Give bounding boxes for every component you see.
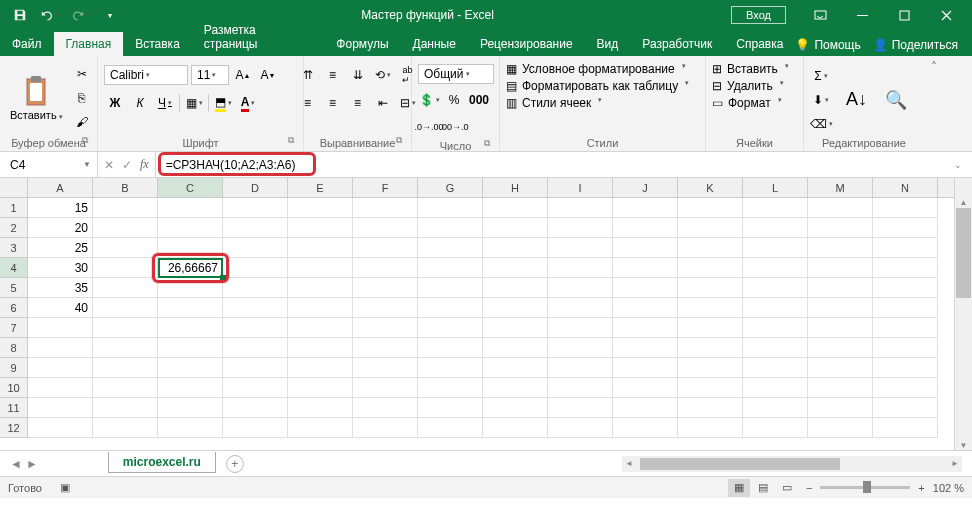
cell[interactable] — [808, 238, 873, 258]
cell[interactable] — [418, 318, 483, 338]
cell[interactable] — [678, 418, 743, 438]
sheet-nav-prev-icon[interactable]: ◄ — [10, 457, 22, 471]
cell[interactable] — [613, 278, 678, 298]
cell[interactable] — [353, 318, 418, 338]
launcher-icon[interactable]: ⧉ — [393, 135, 405, 147]
cell[interactable] — [613, 218, 678, 238]
chevron-down-icon[interactable]: ▼ — [83, 160, 91, 169]
cell[interactable] — [483, 278, 548, 298]
cell[interactable] — [288, 218, 353, 238]
italic-button[interactable]: К — [129, 92, 151, 114]
cell[interactable] — [93, 398, 158, 418]
decrease-decimal-icon[interactable]: .00→.0 — [443, 116, 465, 138]
fill-color-icon[interactable]: ⬒ — [212, 92, 234, 114]
row-header[interactable]: 5 — [0, 278, 27, 298]
cell[interactable] — [223, 418, 288, 438]
indent-dec-icon[interactable]: ⇤ — [372, 92, 394, 114]
cell[interactable] — [678, 398, 743, 418]
qat-customize-icon[interactable]: ▾ — [96, 3, 124, 27]
cell[interactable] — [93, 278, 158, 298]
align-center-icon[interactable]: ≡ — [322, 92, 344, 114]
ribbon-options-icon[interactable] — [800, 3, 840, 27]
cell[interactable]: 35 — [28, 278, 93, 298]
cell[interactable] — [288, 378, 353, 398]
column-header[interactable]: A — [28, 178, 93, 197]
cell[interactable] — [28, 418, 93, 438]
cell[interactable] — [223, 378, 288, 398]
cell[interactable] — [743, 298, 808, 318]
cell-styles-button[interactable]: ▥Стили ячеек — [506, 96, 602, 110]
tellme-button[interactable]: 💡Помощь — [795, 38, 860, 52]
cell[interactable] — [743, 278, 808, 298]
tab-help[interactable]: Справка — [724, 32, 795, 56]
cell[interactable] — [873, 258, 938, 278]
cell[interactable] — [678, 258, 743, 278]
cell[interactable] — [808, 278, 873, 298]
cell[interactable] — [808, 298, 873, 318]
cell[interactable] — [93, 298, 158, 318]
format-cells-button[interactable]: ▭Формат — [712, 96, 782, 110]
cell[interactable] — [93, 358, 158, 378]
row-header[interactable]: 12 — [0, 418, 27, 438]
comma-icon[interactable]: 000 — [468, 89, 490, 111]
cell[interactable] — [743, 398, 808, 418]
cell[interactable] — [418, 338, 483, 358]
clear-icon[interactable]: ⌫ — [810, 113, 832, 135]
cell[interactable] — [158, 218, 223, 238]
cell[interactable] — [418, 218, 483, 238]
cell[interactable]: 15 — [28, 198, 93, 218]
cell[interactable] — [353, 238, 418, 258]
cell[interactable] — [548, 378, 613, 398]
percent-icon[interactable]: % — [443, 89, 465, 111]
cell[interactable] — [223, 278, 288, 298]
cell[interactable]: 20 — [28, 218, 93, 238]
column-header[interactable]: N — [873, 178, 938, 197]
launcher-icon[interactable]: ⧉ — [285, 135, 297, 147]
cell[interactable]: 40 — [28, 298, 93, 318]
cell[interactable] — [93, 218, 158, 238]
cell[interactable] — [418, 298, 483, 318]
cell[interactable] — [808, 418, 873, 438]
cell[interactable] — [418, 278, 483, 298]
cancel-formula-icon[interactable]: ✕ — [104, 158, 114, 172]
row-header[interactable]: 3 — [0, 238, 27, 258]
cell[interactable] — [28, 318, 93, 338]
cell[interactable] — [483, 298, 548, 318]
cell[interactable] — [548, 218, 613, 238]
cell[interactable] — [873, 198, 938, 218]
cell[interactable] — [808, 318, 873, 338]
cell[interactable] — [678, 338, 743, 358]
cell[interactable] — [28, 338, 93, 358]
number-format-combo[interactable]: Общий — [418, 64, 494, 84]
row-header[interactable]: 4 — [0, 258, 27, 278]
cell[interactable] — [613, 378, 678, 398]
cell[interactable] — [743, 238, 808, 258]
macro-record-icon[interactable]: ▣ — [60, 481, 70, 494]
column-header[interactable]: B — [93, 178, 158, 197]
column-header[interactable]: G — [418, 178, 483, 197]
cell[interactable] — [288, 258, 353, 278]
cell[interactable] — [873, 218, 938, 238]
row-header[interactable]: 8 — [0, 338, 27, 358]
zoom-slider[interactable] — [820, 486, 910, 489]
currency-icon[interactable]: 💲 — [418, 89, 440, 111]
cell[interactable] — [93, 198, 158, 218]
cell[interactable] — [548, 258, 613, 278]
cell[interactable] — [548, 278, 613, 298]
tab-developer[interactable]: Разработчик — [630, 32, 724, 56]
align-bottom-icon[interactable]: ⇊ — [347, 64, 369, 86]
cell[interactable] — [353, 418, 418, 438]
cell[interactable] — [353, 378, 418, 398]
cell[interactable] — [873, 298, 938, 318]
column-header[interactable]: J — [613, 178, 678, 197]
tab-formulas[interactable]: Формулы — [324, 32, 400, 56]
cell[interactable] — [743, 258, 808, 278]
tab-file[interactable]: Файл — [0, 32, 54, 56]
cell[interactable] — [678, 238, 743, 258]
cell[interactable] — [613, 238, 678, 258]
fill-icon[interactable]: ⬇ — [810, 89, 832, 111]
zoom-out-icon[interactable]: − — [806, 482, 812, 494]
signin-button[interactable]: Вход — [731, 6, 786, 24]
cell[interactable] — [613, 358, 678, 378]
cell[interactable] — [288, 318, 353, 338]
